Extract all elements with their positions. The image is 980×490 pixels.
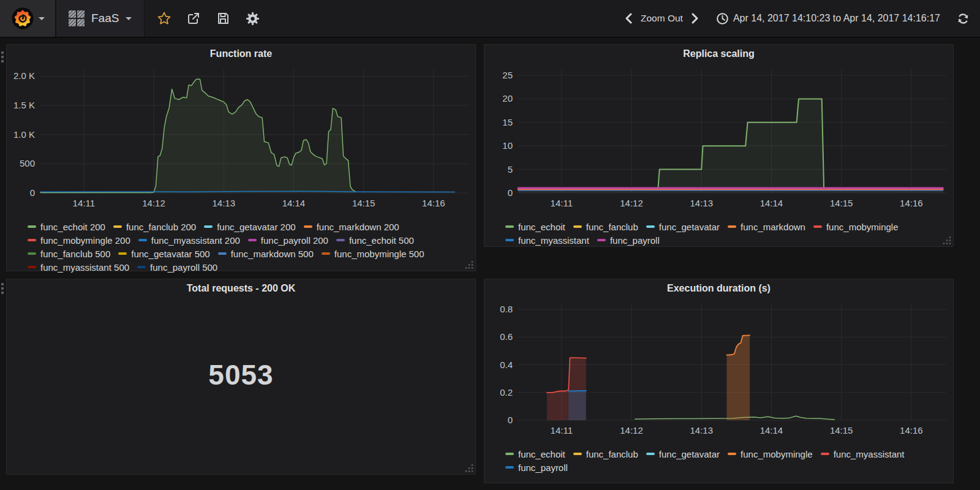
legend-item[interactable]: func_echoit 500 (336, 235, 414, 246)
legend-series-color-chip (336, 239, 345, 241)
y-axis-tick-label: 0 (508, 187, 513, 198)
legend-item[interactable]: func_mobymingle 200 (28, 235, 130, 246)
dashboard-picker[interactable]: FaaS (56, 0, 145, 37)
function-rate-chart[interactable]: 05001.0 K1.5 K2.0 K14:1114:1214:1314:141… (7, 63, 473, 217)
legend-item[interactable]: func_myassistant 500 (28, 262, 129, 273)
y-axis-tick-label: 20 (502, 93, 513, 104)
time-shift-back-button[interactable] (624, 12, 635, 24)
series-line-func_payroll[interactable] (568, 391, 586, 391)
time-shift-forward-button[interactable] (689, 12, 700, 24)
legend-item[interactable]: func_payroll 500 (137, 262, 217, 273)
legend-series-label: func_getavatar (659, 222, 720, 232)
legend-series-label: func_mobymingle (826, 222, 899, 232)
y-axis-tick-label: 0.6 (500, 331, 513, 342)
refresh-button[interactable] (956, 12, 970, 26)
legend-item[interactable]: func_myassistant (505, 235, 589, 246)
legend-item[interactable]: func_mobymingle (728, 449, 813, 459)
grafana-logo-icon (11, 7, 34, 30)
legend-series-color-chip (28, 266, 36, 268)
share-dashboard-button[interactable] (179, 0, 208, 37)
legend-item[interactable]: func_fanclub (573, 449, 638, 459)
legend-series-color-chip (505, 453, 514, 455)
panel-title[interactable]: Execution duration (s) (484, 279, 953, 298)
chevron-down-icon (126, 17, 132, 20)
legend-item[interactable]: func_payroll 200 (248, 235, 328, 246)
legend-item[interactable]: func_echoit (505, 222, 565, 232)
y-axis-tick-label: 0 (30, 187, 35, 198)
legend-series-label: func_echoit 500 (349, 235, 414, 246)
panel-title[interactable]: Replica scaling (484, 45, 953, 63)
panel-resize-grip[interactable] (465, 260, 473, 269)
legend-series-color-chip (813, 225, 822, 228)
panel-execution-duration: Execution duration (s) 00.20.40.60.814:1… (484, 279, 954, 483)
legend-series-label: func_payroll (518, 462, 568, 473)
dashboard-actions (149, 0, 267, 37)
x-axis-tick-label: 14:15 (830, 198, 853, 208)
legend-series-label: func_myassistant (834, 449, 905, 459)
legend-series-label: func_payroll 500 (150, 262, 217, 273)
legend-item[interactable]: func_fanclub 200 (113, 222, 196, 232)
panel-function-rate: Function rate 05001.0 K1.5 K2.0 K14:1114… (6, 44, 476, 271)
y-axis-tick-label: 1.5 K (13, 100, 35, 110)
panel-resize-grip[interactable] (943, 236, 951, 244)
y-axis-tick-label: 0.2 (500, 387, 513, 398)
legend-item[interactable]: func_getavatar (646, 222, 720, 232)
timepicker-controls: Zoom Out Apr 14, 2017 14:10:23 to Apr 14… (624, 12, 980, 26)
panel-title[interactable]: Total requests - 200 OK (7, 279, 475, 298)
series-line-func_myassistant 200[interactable] (40, 191, 454, 192)
panel-title[interactable]: Function rate (7, 45, 475, 63)
x-axis-tick-label: 14:11 (551, 198, 573, 208)
legend-series-label: func_myassistant 200 (151, 235, 240, 246)
legend-series-color-chip (728, 225, 736, 228)
legend-item[interactable]: func_myassistant 200 (138, 235, 240, 246)
panel-resize-grip[interactable] (465, 464, 473, 472)
legend-series-color-chip (597, 239, 606, 241)
legend-item[interactable]: func_payroll (597, 235, 660, 246)
function-rate-legend: func_echoit 200func_fanclub 200func_geta… (7, 220, 475, 274)
legend-item[interactable]: func_fanclub (573, 222, 638, 232)
y-axis-tick-label: 0 (508, 415, 513, 425)
grafana-menu-button[interactable] (0, 0, 56, 37)
save-dashboard-button[interactable] (208, 0, 238, 37)
replica-scaling-chart[interactable]: 051015202514:1114:1214:1314:1414:1514:16 (484, 63, 951, 217)
legend-item[interactable]: func_payroll (505, 462, 568, 473)
legend-item[interactable]: func_markdown 200 (304, 222, 399, 232)
total-requests-value: 5053 (208, 358, 273, 391)
x-axis-tick-label: 14:12 (620, 425, 643, 435)
legend-item[interactable]: func_markdown 500 (218, 249, 314, 259)
legend-item[interactable]: func_mobymingle (813, 222, 899, 232)
row-drag-handle[interactable] (1, 51, 5, 62)
legend-item[interactable]: func_getavatar 500 (118, 249, 209, 259)
execution-duration-chart[interactable]: 00.20.40.60.814:1114:1214:1314:1414:1514… (484, 298, 951, 445)
x-axis-tick-label: 14:14 (282, 198, 306, 208)
legend-series-color-chip (28, 239, 36, 241)
y-axis-tick-label: 500 (20, 158, 35, 168)
y-axis-tick-label: 10 (502, 140, 513, 151)
y-axis-tick-label: 25 (502, 70, 513, 80)
legend-item[interactable]: func_mobymingle 500 (322, 249, 424, 259)
row-drag-handle[interactable] (1, 283, 5, 294)
legend-series-label: func_fanclub 500 (40, 249, 110, 259)
time-range-picker[interactable]: Apr 14, 2017 14:10:23 to Apr 14, 2017 14… (716, 12, 940, 25)
legend-series-label: func_myassistant (518, 235, 589, 246)
y-axis-tick-label: 0.8 (500, 304, 513, 314)
legend-item[interactable]: func_echoit (505, 449, 565, 459)
legend-series-label: func_echoit (518, 449, 565, 459)
legend-item[interactable]: func_echoit 200 (28, 222, 105, 232)
legend-item[interactable]: func_markdown (728, 222, 805, 232)
legend-item[interactable]: func_myassistant (821, 449, 905, 459)
legend-series-label: func_fanclub 200 (126, 222, 196, 232)
legend-series-color-chip (573, 225, 582, 228)
legend-item[interactable]: func_getavatar (646, 449, 720, 459)
legend-item[interactable]: func_fanclub 500 (28, 249, 110, 259)
legend-series-label: func_mobymingle 500 (334, 249, 424, 259)
legend-series-color-chip (28, 252, 36, 255)
legend-series-label: func_fanclub (586, 449, 638, 459)
star-dashboard-button[interactable] (149, 0, 179, 37)
dashboard-settings-button[interactable] (238, 0, 267, 37)
legend-item[interactable]: func_getavatar 200 (204, 222, 295, 232)
y-axis-tick-label: 0.4 (500, 360, 513, 370)
zoom-out-button[interactable]: Zoom Out (641, 13, 683, 24)
x-axis-tick-label: 14:12 (142, 198, 165, 208)
y-axis-tick-label: 1.0 K (13, 129, 35, 140)
